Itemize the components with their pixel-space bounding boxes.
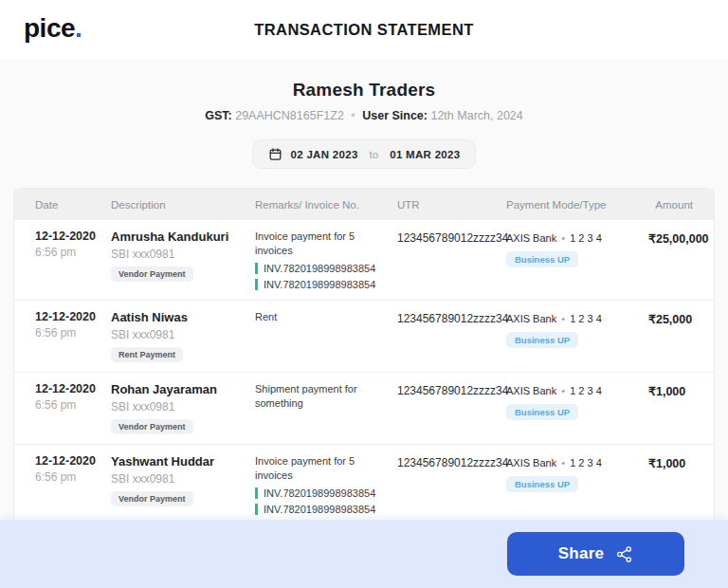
utr-value: 123456789012zzzz34 <box>397 230 497 245</box>
user-since-value: 12th March, 2024 <box>430 109 522 122</box>
remark-text: Shipment payment for something <box>255 382 388 411</box>
table-header-row: Date Description Remarks/ Invoice No. UT… <box>14 189 714 220</box>
table-row: 12-12-2020 6:56 pm Rohan Jayaraman SBI x… <box>14 373 714 445</box>
txn-time: 6:56 pm <box>35 326 101 340</box>
txn-time: 6:56 pm <box>35 398 101 412</box>
bank-name: AXIS Bank <box>506 232 556 244</box>
payment-category-badge: Vendor Payment <box>111 491 193 506</box>
top-bar: pice. TRANSACTION STATEMENT <box>0 0 728 59</box>
logo-dot: . <box>75 13 82 43</box>
share-icon <box>615 545 633 563</box>
payment-mode-badge: Business UP <box>506 332 578 348</box>
payment-category-badge: Rent Payment <box>111 347 183 362</box>
merchant-header: Ramesh Traders GST: 29AAHCN8165F1Z2 • Us… <box>0 80 728 122</box>
bank-digits: 1 2 3 4 <box>570 313 602 324</box>
payee-account: SBI xxx0981 <box>111 248 246 261</box>
txn-date: 12-12-2020 <box>35 454 101 468</box>
bank-separator: • <box>561 385 565 396</box>
date-to: 01 MAR 2023 <box>390 149 460 160</box>
txn-amount: ₹1,000 <box>648 382 685 398</box>
calendar-icon <box>268 147 282 161</box>
bank-digits: 1 2 3 4 <box>570 385 602 396</box>
remark-text: Rent <box>255 310 388 324</box>
payment-mode-badge: Business UP <box>506 476 578 492</box>
invoice-number: INV.7820198998983854 <box>255 279 388 290</box>
bank-separator: • <box>561 313 565 324</box>
share-button[interactable]: Share <box>507 532 684 576</box>
col-header-description: Description <box>111 199 255 211</box>
payment-category-badge: Vendor Payment <box>111 419 193 434</box>
bank-digits: 1 2 3 4 <box>570 457 602 469</box>
gst-value: 29AAHCN8165F1Z2 <box>235 109 344 122</box>
table-row: 12-12-2020 6:56 pm Amrusha Kandukuri SBI… <box>14 220 714 301</box>
remark-text: Invoice payment for 5 invoices <box>255 230 388 258</box>
txn-date: 12-12-2020 <box>35 310 101 323</box>
payee-name: Rohan Jayaraman <box>111 382 246 396</box>
date-range-chip[interactable]: 02 JAN 2023 to 01 MAR 2023 <box>252 139 477 169</box>
share-button-label: Share <box>558 544 605 563</box>
invoice-number: INV.7820198998983854 <box>255 487 388 499</box>
payee-name: Yashwant Huddar <box>111 454 246 469</box>
merchant-name: Ramesh Traders <box>0 80 728 101</box>
utr-value: 123456789012zzzz34 <box>397 382 497 397</box>
merchant-meta: GST: 29AAHCN8165F1Z2 • User Since: 12th … <box>0 109 728 122</box>
txn-date: 12-12-2020 <box>35 230 101 243</box>
col-header-payment: Payment Mode/Type <box>506 199 648 211</box>
txn-amount: ₹1,000 <box>648 454 685 470</box>
col-header-utr: UTR <box>397 199 506 211</box>
bank-digits: 1 2 3 4 <box>570 232 602 244</box>
remark-text: Invoice payment for 5 invoices <box>255 454 388 483</box>
page-title: TRANSACTION STATEMENT <box>0 21 728 39</box>
payee-account: SBI xxx0981 <box>111 472 246 486</box>
col-header-amount: Amount <box>648 199 693 211</box>
txn-time: 6:56 pm <box>35 470 101 484</box>
payee-account: SBI xxx0981 <box>111 328 246 341</box>
user-since-label: User Since: <box>362 109 428 122</box>
date-from: 02 JAN 2023 <box>291 149 358 160</box>
logo-text: pice <box>24 13 75 43</box>
bank-name: AXIS Bank <box>506 313 556 324</box>
payment-category-badge: Vendor Payment <box>111 266 193 282</box>
date-to-label: to <box>370 149 379 160</box>
txn-date: 12-12-2020 <box>35 382 101 395</box>
payee-account: SBI xxx0981 <box>111 400 246 413</box>
payment-mode-badge: Business UP <box>506 404 578 420</box>
utr-value: 123456789012zzzz34 <box>397 310 497 325</box>
gst-label: GST: <box>205 109 231 122</box>
footer-bar: Share <box>0 520 728 588</box>
col-header-remarks: Remarks/ Invoice No. <box>255 199 397 211</box>
table-row: 12-12-2020 6:56 pm Aatish Niwas SBI xxx0… <box>14 301 714 373</box>
payee-name: Amrusha Kandukuri <box>111 230 246 244</box>
txn-amount: ₹25,00,000 <box>648 230 709 246</box>
bank-name: AXIS Bank <box>506 457 556 469</box>
bank-separator: • <box>561 457 565 469</box>
txn-amount: ₹25,000 <box>648 310 692 326</box>
txn-time: 6:56 pm <box>35 246 101 259</box>
bank-separator: • <box>561 232 565 244</box>
invoice-number: INV.7820198998983854 <box>255 263 388 274</box>
pice-logo: pice. <box>24 13 82 44</box>
utr-value: 123456789012zzzz34 <box>397 454 497 469</box>
payment-mode-badge: Business UP <box>506 251 578 267</box>
col-header-date: Date <box>35 199 111 211</box>
payee-name: Aatish Niwas <box>111 310 246 324</box>
invoice-number: INV.7820198998983854 <box>255 504 388 515</box>
meta-separator: • <box>351 109 355 122</box>
bank-name: AXIS Bank <box>506 385 556 396</box>
